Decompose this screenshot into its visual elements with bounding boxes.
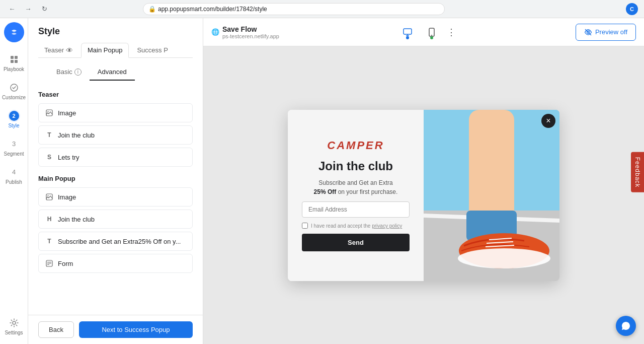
mobile-device-btn[interactable] — [423, 25, 441, 39]
sidebar-item-segment[interactable]: 3 Segment — [0, 133, 28, 161]
popup-image: × — [424, 110, 559, 281]
svg-point-10 — [48, 195, 49, 196]
back-button[interactable]: Back — [38, 321, 74, 338]
forward-nav-btn[interactable]: → — [22, 3, 34, 15]
svg-point-0 — [9, 27, 20, 38]
next-button[interactable]: Next to Success Popup — [79, 321, 193, 338]
main-form-item[interactable]: Form — [38, 254, 193, 273]
main-content: 🌐 Save Flow ps-testceren.netlify.app ⋮ — [203, 18, 644, 344]
privacy-label: I have read and accept the privacy polic… — [311, 223, 402, 229]
main-form-label: Form — [58, 260, 73, 267]
svg-rect-1 — [11, 56, 14, 59]
url-bar: 🔒 app.popupsmart.com/builder/17842/style — [143, 3, 445, 15]
main-text-label: Subscribe and Get an Extra25% Off on y..… — [58, 238, 181, 245]
send-button[interactable]: Send — [302, 234, 410, 251]
panel-footer: Back Next to Success Popup — [28, 315, 203, 344]
teaser-image-item[interactable]: Image — [38, 103, 193, 122]
more-options-btn[interactable]: ⋮ — [447, 27, 456, 38]
main-heading-item[interactable]: H Join the club — [38, 210, 193, 229]
sidebar-item-style[interactable]: 2 Style — [0, 105, 28, 133]
teaser-letstry-item[interactable]: S Lets try — [38, 148, 193, 167]
segment-label: Segment — [4, 151, 24, 157]
preview-label: Preview off — [595, 28, 627, 36]
playbook-icon — [8, 53, 20, 65]
email-input[interactable] — [302, 201, 410, 218]
teaser-joinclub-item[interactable]: T Join the club — [38, 125, 193, 145]
tab-teaser[interactable]: Teaser 👁 — [38, 43, 79, 57]
svg-line-21 — [585, 29, 591, 35]
chat-button[interactable] — [616, 316, 636, 336]
toolbar-left: 🌐 Save Flow ps-testceren.netlify.app — [211, 25, 279, 39]
publish-icon: 4 — [8, 166, 20, 178]
mobile-dot — [430, 36, 433, 39]
main-heading-label: Join the club — [58, 216, 95, 223]
playbook-label: Playbook — [4, 66, 24, 72]
subtab-advanced[interactable]: Advanced — [90, 64, 135, 81]
main-text-t-icon: T — [45, 237, 54, 246]
settings-icon — [8, 317, 20, 329]
teaser-eye-icon: 👁 — [66, 46, 73, 54]
subtab-basic[interactable]: Basic i — [48, 64, 90, 81]
privacy-link[interactable]: privacy policy — [372, 223, 402, 229]
svg-point-6 — [13, 321, 16, 324]
app-logo[interactable] — [4, 22, 24, 42]
heading-h-icon: H — [45, 215, 54, 224]
popup-heading: Join the club — [318, 159, 393, 174]
main-popup-section: Main Popup Image H Join the club T Subsc… — [38, 175, 193, 273]
teaser-letstry-label: Lets try — [58, 154, 79, 161]
main-image-item[interactable]: Image — [38, 187, 193, 207]
customize-icon — [8, 82, 20, 94]
preview-btn[interactable]: Preview off — [576, 24, 636, 41]
panel-subtabs: Basic i Advanced — [38, 58, 193, 81]
main-toolbar: 🌐 Save Flow ps-testceren.netlify.app ⋮ — [203, 18, 644, 46]
teaser-joinclub-label: Join the club — [58, 131, 95, 139]
style-label: Style — [8, 123, 19, 128]
url-text: app.popupsmart.com/builder/17842/style — [158, 6, 267, 13]
main-image-label: Image — [58, 193, 76, 201]
sidebar-item-playbook[interactable]: Playbook — [0, 48, 28, 77]
privacy-checkbox[interactable] — [302, 223, 308, 229]
sidebar-item-settings[interactable]: Settings — [0, 312, 28, 340]
desktop-device-btn[interactable] — [398, 25, 417, 39]
image-icon — [45, 108, 54, 117]
main-image-icon — [45, 192, 54, 201]
camper-logo: CAMPER — [327, 139, 384, 152]
popup-subtext: Subscribe and Get an Extra 25% Off on yo… — [314, 178, 398, 196]
site-info: 🌐 Save Flow ps-testceren.netlify.app — [211, 25, 279, 39]
feedback-tab[interactable]: Feedback — [631, 152, 644, 192]
svg-rect-4 — [15, 60, 18, 63]
settings-label: Settings — [5, 330, 23, 335]
main-text-item[interactable]: T Subscribe and Get an Extra25% Off on y… — [38, 232, 193, 251]
reload-btn[interactable]: ↻ — [38, 3, 50, 15]
popup-left: CAMPER Join the club Subscribe and Get a… — [288, 110, 424, 281]
close-button[interactable]: × — [541, 114, 555, 128]
basic-info-icon[interactable]: i — [74, 68, 82, 76]
toolbar-center: ⋮ — [398, 25, 456, 39]
svg-point-19 — [431, 35, 432, 36]
tab-success[interactable]: Success P — [131, 43, 174, 57]
browser-bar: ← → ↻ 🔒 app.popupsmart.com/builder/17842… — [0, 0, 644, 18]
tab-main-popup[interactable]: Main Popup — [81, 43, 129, 58]
customize-label: Customize — [2, 95, 26, 100]
text-t-icon: T — [45, 130, 54, 140]
canvas: CAMPER Join the club Subscribe and Get a… — [203, 46, 644, 344]
svg-point-8 — [48, 111, 49, 112]
popup-preview: CAMPER Join the club Subscribe and Get a… — [288, 110, 559, 281]
teaser-image-label: Image — [58, 109, 76, 117]
sidebar-item-publish[interactable]: 4 Publish — [0, 161, 28, 189]
publish-label: Publish — [6, 179, 22, 185]
svg-rect-3 — [11, 60, 14, 63]
sidebar-nav: Playbook Customize 2 Style 3 Segment 4 P… — [0, 18, 28, 344]
panel-header: Style Teaser 👁 Main Popup Success P Basi… — [28, 18, 203, 81]
svg-rect-15 — [404, 29, 412, 34]
back-nav-btn[interactable]: ← — [6, 3, 18, 15]
site-url: ps-testceren.netlify.app — [222, 33, 279, 39]
style-icon: 2 — [8, 110, 20, 122]
subtitle-s-icon: S — [45, 153, 54, 162]
profile-btn[interactable]: C — [626, 3, 638, 15]
svg-rect-25 — [469, 110, 514, 226]
sidebar-item-customize[interactable]: Customize — [0, 77, 28, 105]
style-badge: 2 — [9, 111, 19, 121]
desktop-dot — [406, 36, 409, 39]
panel-content: Teaser Image T Join the club S Lets try … — [28, 81, 203, 315]
